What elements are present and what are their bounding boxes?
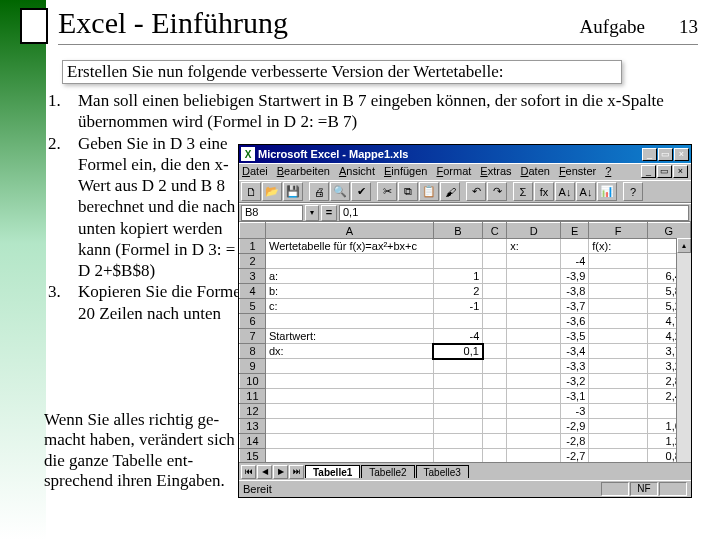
vertical-scrollbar[interactable]: ▴ [676,238,691,462]
open-icon[interactable]: 📂 [262,182,282,201]
cell[interactable] [507,359,561,374]
cell[interactable] [589,329,647,344]
name-box-dropdown[interactable]: ▾ [305,205,319,221]
menu-datei[interactable]: Datei [242,165,268,180]
cell[interactable] [483,404,507,419]
maximize-button[interactable]: ▭ [658,148,673,161]
cell[interactable] [483,344,507,359]
close-button[interactable]: × [674,148,689,161]
cell[interactable]: -3 [561,404,589,419]
cell[interactable] [483,419,507,434]
cell[interactable] [433,404,483,419]
cell[interactable]: -3,9 [561,269,589,284]
cell[interactable] [265,254,433,269]
cell[interactable] [483,284,507,299]
cell[interactable] [589,389,647,404]
row-header[interactable]: 1 [240,239,266,254]
cell[interactable]: Startwert: [265,329,433,344]
row-header[interactable]: 11 [240,389,266,404]
menu-daten[interactable]: Daten [521,165,550,180]
paint-icon[interactable]: 🖌 [440,182,460,201]
cell[interactable]: -2,8 [561,434,589,449]
cell[interactable] [433,419,483,434]
cell[interactable] [507,419,561,434]
row-header[interactable]: 2 [240,254,266,269]
cell[interactable] [589,434,647,449]
cell[interactable] [483,254,507,269]
col-header-D[interactable]: D [507,223,561,239]
save-icon[interactable]: 💾 [283,182,303,201]
chart-icon[interactable]: 📊 [597,182,617,201]
doc-close-button[interactable]: × [673,165,688,178]
row-header[interactable]: 7 [240,329,266,344]
cell[interactable] [507,434,561,449]
cell[interactable] [433,239,483,254]
cell[interactable] [433,434,483,449]
new-icon[interactable]: 🗋 [241,182,261,201]
row-header[interactable]: 10 [240,374,266,389]
cell[interactable] [433,449,483,463]
col-header-B[interactable]: B [433,223,483,239]
cell[interactable]: 0,1 [433,344,483,359]
cell[interactable] [483,239,507,254]
row-header[interactable]: 15 [240,449,266,463]
cell[interactable]: f(x): [589,239,647,254]
sheet-tab[interactable]: Tabelle2 [361,465,414,478]
cell[interactable] [265,359,433,374]
sort-icon[interactable]: A↓ [555,182,575,201]
row-header[interactable]: 13 [240,419,266,434]
menu-fenster[interactable]: Fenster [559,165,596,180]
row-header[interactable]: 9 [240,359,266,374]
cell[interactable] [483,449,507,463]
cell[interactable] [589,269,647,284]
cell[interactable] [433,389,483,404]
redo-icon[interactable]: ↷ [487,182,507,201]
col-header-E[interactable]: E [561,223,589,239]
cell[interactable]: -3,7 [561,299,589,314]
cell[interactable] [433,314,483,329]
cell[interactable]: -3,6 [561,314,589,329]
print-icon[interactable]: 🖨 [309,182,329,201]
cell[interactable] [483,329,507,344]
cell[interactable] [589,254,647,269]
sum-icon[interactable]: Σ [513,182,533,201]
cell[interactable] [483,434,507,449]
menu-bearbeiten[interactable]: Bearbeiten [277,165,330,180]
undo-icon[interactable]: ↶ [466,182,486,201]
cell[interactable] [507,254,561,269]
cell[interactable]: -1 [433,299,483,314]
row-header[interactable]: 6 [240,314,266,329]
cell[interactable]: c: [265,299,433,314]
cell[interactable]: -2,7 [561,449,589,463]
help-icon[interactable]: ? [623,182,643,201]
col-header-C[interactable]: C [483,223,507,239]
cell[interactable] [433,374,483,389]
cell[interactable] [589,374,647,389]
menu-?[interactable]: ? [605,165,611,180]
cell[interactable]: x: [507,239,561,254]
cell[interactable] [589,344,647,359]
cell[interactable] [589,359,647,374]
sheet-tab[interactable]: Tabelle3 [416,465,469,478]
spell-icon[interactable]: ✔ [351,182,371,201]
cell[interactable] [483,374,507,389]
cell[interactable] [483,269,507,284]
cell[interactable] [589,449,647,463]
tab-nav-button[interactable]: ◀ [257,465,272,479]
cell[interactable] [507,449,561,463]
cell[interactable]: a: [265,269,433,284]
cell[interactable]: 2 [433,284,483,299]
copy-icon[interactable]: ⧉ [398,182,418,201]
cell[interactable] [483,299,507,314]
row-header[interactable]: 12 [240,404,266,419]
cell[interactable] [433,254,483,269]
sheet-tab[interactable]: Tabelle1 [305,465,360,478]
minimize-button[interactable]: _ [642,148,657,161]
cell[interactable] [561,239,589,254]
cell[interactable] [507,299,561,314]
name-box[interactable]: B8 [241,205,303,221]
tab-nav-button[interactable]: ⏭ [289,465,304,479]
cell[interactable] [507,329,561,344]
menu-format[interactable]: Format [436,165,471,180]
scroll-up-button[interactable]: ▴ [677,238,691,253]
